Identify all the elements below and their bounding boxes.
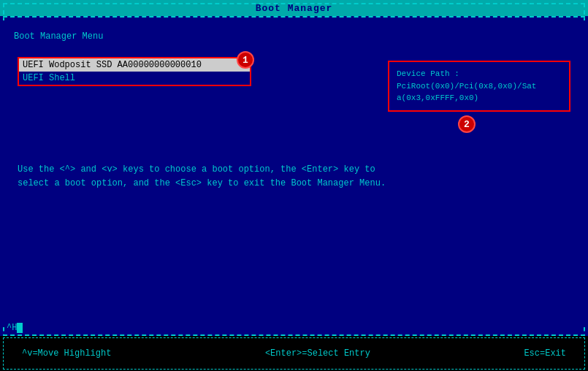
boot-option-ssd[interactable]: UEFI Wodposit SSD AA00000000000010 [19,58,250,72]
main-content: Boot Manager Menu UEFI Wodposit SSD AA00… [3,20,585,327]
footer: ^v=Move Highlight <Enter>=Select Entry E… [0,336,588,371]
boot-manager-menu-label: Boot Manager Menu [14,31,574,42]
cmd-cursor [17,323,23,333]
title-dashed-line [3,16,585,18]
cmd-indicator: ^H [3,323,17,333]
annotation-2: 2 [458,115,476,133]
device-path-panel: Device Path : PciRoot(0x0)/Pci(0x8,0x0)/… [388,61,570,112]
boot-option-shell[interactable]: UEFI Shell [19,72,250,85]
boot-options-panel: UEFI Wodposit SSD AA00000000000010 UEFI … [18,57,251,86]
cmd-line: ^H [3,321,585,334]
footer-inner-border [3,337,585,370]
help-text: Use the <^> and <v> keys to choose a boo… [18,163,405,191]
annotation-1: 1 [237,51,254,69]
device-path-text: Device Path : PciRoot(0x0)/Pci(0x8,0x0)/… [397,68,562,104]
